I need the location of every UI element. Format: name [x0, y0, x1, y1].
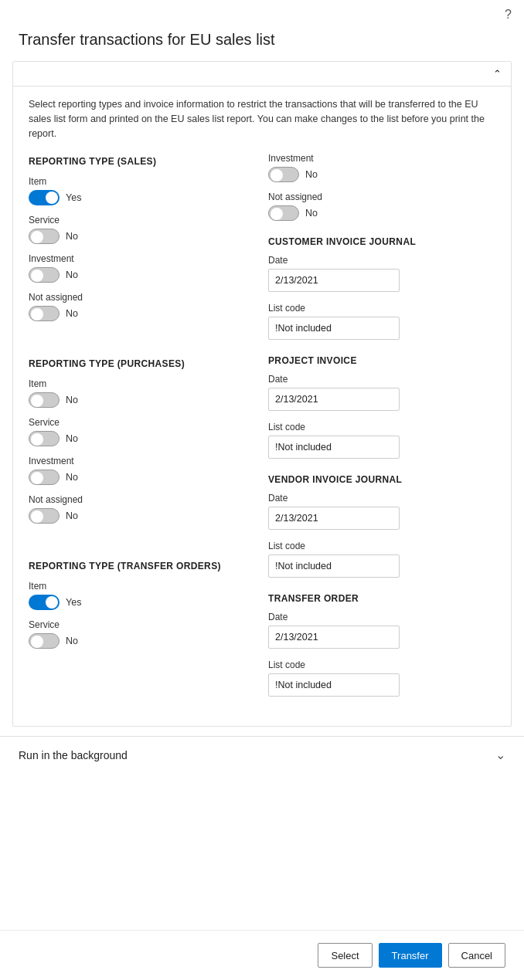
purchases-not-assigned-toggle[interactable]	[29, 508, 60, 524]
purchases-item-label: Item	[29, 378, 253, 389]
reporting-type-transfer-title: REPORTING TYPE (TRANSFER ORDERS)	[29, 561, 253, 571]
transfer-button[interactable]: Transfer	[379, 943, 442, 968]
sales-item-row: Item Yes	[29, 176, 253, 205]
top-bar: ?	[0, 0, 524, 25]
right-investment-toggle[interactable]	[268, 167, 299, 182]
reporting-type-purchases-title: REPORTING TYPE (PURCHASES)	[29, 358, 253, 369]
to-date-input[interactable]	[268, 626, 400, 649]
vij-date-label: Date	[268, 493, 495, 504]
pi-list-code-input[interactable]	[268, 436, 400, 459]
transfer-item-toggle-container: Yes	[29, 595, 253, 610]
cij-list-code-input[interactable]	[268, 317, 400, 340]
purchases-investment-row: Investment No	[29, 456, 253, 485]
cij-list-code-field: List code	[268, 303, 495, 340]
sales-not-assigned-label: Not assigned	[29, 292, 253, 303]
vij-list-code-label: List code	[268, 541, 495, 551]
cij-date-input[interactable]	[268, 269, 400, 292]
right-not-assigned-label: Not assigned	[268, 192, 495, 202]
section-description: Select reporting types and invoice infor…	[29, 97, 495, 141]
purchases-service-toggle[interactable]	[29, 431, 60, 446]
vij-list-code-input[interactable]	[268, 554, 400, 578]
sales-not-assigned-toggle[interactable]	[29, 306, 60, 321]
right-not-assigned-thumb	[271, 208, 283, 220]
section-body: Select reporting types and invoice infor…	[13, 86, 511, 726]
transfer-item-toggle[interactable]	[29, 595, 60, 610]
transfer-order-section: TRANSFER ORDER Date List code	[268, 593, 495, 697]
customer-invoice-journal-section: CUSTOMER INVOICE JOURNAL Date List code	[268, 236, 495, 340]
purchases-service-row: Service No	[29, 417, 253, 446]
transfer-service-value: No	[66, 636, 78, 646]
sales-investment-toggle[interactable]	[29, 267, 60, 283]
right-investment-row: Investment No	[268, 153, 495, 182]
purchases-item-value: No	[66, 395, 78, 405]
purchases-investment-value: No	[66, 472, 78, 483]
sales-service-toggle-container: No	[29, 229, 253, 244]
purchases-service-label: Service	[29, 417, 253, 428]
sales-service-label: Service	[29, 215, 253, 226]
transfer-service-label: Service	[29, 619, 253, 630]
vendor-invoice-journal-section: VENDOR INVOICE JOURNAL Date List code	[268, 474, 495, 578]
sales-item-toggle[interactable]	[29, 190, 60, 205]
sales-not-assigned-row: Not assigned No	[29, 292, 253, 321]
purchases-investment-toggle[interactable]	[29, 470, 60, 485]
footer-buttons: Select Transfer Cancel	[0, 930, 524, 980]
select-button[interactable]: Select	[318, 943, 372, 968]
right-not-assigned-toggle[interactable]	[268, 205, 299, 221]
sales-item-label: Item	[29, 176, 253, 187]
main-section-card: ⌃ Select reporting types and invoice inf…	[12, 61, 512, 727]
sales-investment-row: Investment No	[29, 253, 253, 283]
vij-date-input[interactable]	[268, 507, 400, 530]
pi-list-code-label: List code	[268, 422, 495, 432]
purchases-item-toggle-container: No	[29, 392, 253, 408]
purchases-not-assigned-thumb	[31, 510, 43, 523]
purchases-not-assigned-row: Not assigned No	[29, 494, 253, 524]
transfer-order-title: TRANSFER ORDER	[268, 593, 495, 604]
transfer-item-label: Item	[29, 581, 253, 592]
run-in-background-row[interactable]: Run in the background ⌄	[0, 736, 524, 773]
purchases-not-assigned-value: No	[66, 510, 78, 521]
purchases-item-toggle[interactable]	[29, 392, 60, 408]
sales-investment-toggle-container: No	[29, 267, 253, 283]
sales-item-thumb	[46, 192, 58, 204]
right-not-assigned-value: No	[305, 208, 318, 219]
right-investment-toggle-container: No	[268, 167, 495, 182]
sales-purchases-layout: REPORTING TYPE (SALES) Item Yes Service	[29, 153, 495, 712]
right-investment-value: No	[305, 169, 318, 180]
cancel-button[interactable]: Cancel	[448, 943, 505, 968]
purchases-not-assigned-toggle-container: No	[29, 508, 253, 524]
purchases-investment-toggle-container: No	[29, 470, 253, 485]
customer-invoice-journal-title: CUSTOMER INVOICE JOURNAL	[268, 236, 495, 247]
to-list-code-input[interactable]	[268, 673, 400, 697]
purchases-not-assigned-label: Not assigned	[29, 494, 253, 505]
sales-service-toggle[interactable]	[29, 229, 60, 244]
transfer-item-value: Yes	[66, 597, 81, 608]
transfer-item-thumb	[46, 596, 58, 609]
vij-date-field: Date	[268, 493, 495, 530]
pi-date-label: Date	[268, 374, 495, 385]
cij-date-label: Date	[268, 255, 495, 266]
transfer-service-toggle-container: No	[29, 633, 253, 649]
to-list-code-field: List code	[268, 660, 495, 697]
to-date-field: Date	[268, 612, 495, 649]
section-collapse-header[interactable]: ⌃	[13, 62, 511, 86]
vendor-invoice-journal-title: VENDOR INVOICE JOURNAL	[268, 474, 495, 485]
project-invoice-section: PROJECT INVOICE Date List code	[268, 355, 495, 459]
sales-item-toggle-container: Yes	[29, 190, 253, 205]
transfer-service-thumb	[31, 636, 43, 648]
right-investment-label: Investment	[268, 153, 495, 164]
left-column: REPORTING TYPE (SALES) Item Yes Service	[29, 153, 253, 712]
transfer-service-toggle[interactable]	[29, 633, 60, 649]
right-column: Investment No Not assigned	[253, 153, 495, 712]
purchases-service-toggle-container: No	[29, 431, 253, 446]
transfer-service-row: Service No	[29, 619, 253, 649]
sales-service-thumb	[31, 231, 43, 243]
help-icon[interactable]: ?	[505, 8, 512, 22]
chevron-down-icon: ⌄	[495, 748, 505, 762]
sales-not-assigned-thumb	[31, 308, 43, 320]
right-sales-toggles: Investment No Not assigned	[268, 153, 495, 221]
sales-service-row: Service No	[29, 215, 253, 244]
collapse-up-icon[interactable]: ⌃	[493, 68, 502, 80]
pi-date-input[interactable]	[268, 388, 400, 411]
right-not-assigned-toggle-container: No	[268, 205, 495, 221]
page-title: Transfer transactions for EU sales list	[0, 25, 524, 61]
